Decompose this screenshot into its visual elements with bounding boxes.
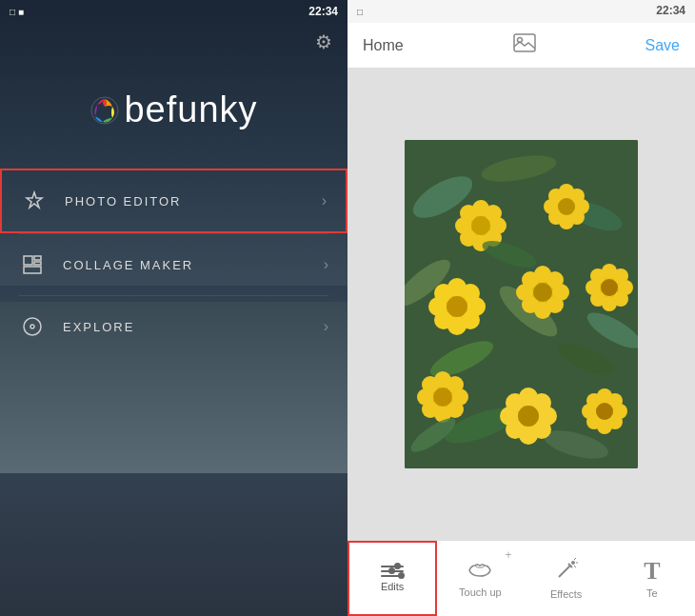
toolbar-effects[interactable]: Effects [524, 541, 609, 616]
logo-text: befunky [124, 89, 257, 130]
photo-editor-label: PHOTO EDITOR [65, 194, 322, 209]
edits-label: Edits [381, 581, 404, 592]
svg-point-70 [601, 279, 618, 296]
toolbar-edits[interactable]: Edits [348, 541, 437, 616]
left-panel: □ ■ 22:34 ⚙ befunky P [0, 0, 348, 616]
menu-items: PHOTO EDITOR › COLLAGE MAKER › [0, 169, 348, 357]
svg-point-50 [447, 296, 467, 317]
settings-gear-icon[interactable]: ⚙ [315, 30, 332, 53]
data-icon: ■ [18, 7, 24, 17]
right-panel: □ 22:34 Home Save [348, 0, 695, 616]
wand-icon [555, 558, 578, 585]
right-status-icons-left: □ [357, 7, 363, 17]
svg-marker-1 [27, 192, 42, 208]
flowers-image [405, 140, 638, 468]
left-status-icons: □ ■ [10, 7, 24, 17]
photo-area [348, 69, 695, 540]
status-bar-right: □ 22:34 [348, 0, 695, 23]
befunky-logo-icon [89, 95, 120, 126]
menu-item-collage-maker[interactable]: COLLAGE MAKER › [0, 234, 348, 295]
svg-line-107 [574, 558, 576, 560]
photo-editor-arrow-icon: › [322, 192, 327, 209]
svg-rect-2 [24, 256, 32, 265]
svg-point-6 [24, 318, 41, 335]
status-bar-left: □ ■ 22:34 [0, 0, 348, 23]
effects-label: Effects [550, 588, 582, 600]
menu-item-explore[interactable]: EXPLORE › [0, 296, 348, 357]
svg-rect-3 [34, 256, 41, 260]
collage-maker-label: COLLAGE MAKER [63, 258, 324, 272]
toolbar-text[interactable]: T Te [609, 541, 695, 616]
touch-up-label: Touch up [459, 586, 502, 598]
photo-canvas [405, 140, 638, 468]
logo-area: befunky [0, 61, 348, 169]
explore-arrow-icon: › [324, 318, 328, 335]
svg-point-90 [518, 406, 539, 427]
touch-up-plus-icon: + [505, 548, 511, 562]
toolbar-touch-up[interactable]: + Touch up [437, 541, 523, 616]
svg-rect-4 [34, 262, 41, 265]
text-icon: T [644, 559, 660, 584]
svg-point-60 [533, 283, 552, 302]
svg-point-40 [558, 198, 575, 215]
svg-point-30 [471, 216, 490, 235]
svg-line-104 [559, 566, 570, 577]
right-header: Home Save [348, 23, 695, 69]
save-button[interactable]: Save [645, 37, 680, 54]
svg-point-7 [30, 325, 34, 328]
wifi-icon: □ [10, 7, 15, 17]
lips-icon [467, 560, 492, 583]
photo-editor-icon [21, 188, 48, 214]
sliders-icon [381, 566, 404, 577]
svg-point-106 [571, 561, 575, 565]
left-time: 22:34 [308, 5, 338, 18]
right-time: 22:34 [656, 4, 685, 17]
collage-maker-icon [19, 251, 46, 278]
svg-point-69 [590, 268, 606, 284]
wifi-icon-right: □ [357, 7, 363, 17]
menu-item-photo-editor[interactable]: PHOTO EDITOR › [0, 169, 348, 233]
svg-line-109 [574, 566, 576, 567]
explore-icon [19, 313, 46, 340]
svg-rect-8 [514, 34, 535, 51]
svg-point-80 [433, 387, 452, 407]
collage-maker-arrow-icon: › [324, 256, 328, 273]
bottom-toolbar: Edits + Touch up [348, 540, 695, 616]
home-label[interactable]: Home [363, 37, 404, 54]
header-image-icon[interactable] [513, 33, 536, 57]
settings-area: ⚙ [0, 23, 348, 61]
explore-label: EXPLORE [63, 320, 324, 334]
text-label: Te [646, 587, 658, 599]
svg-rect-5 [24, 267, 41, 273]
svg-point-100 [596, 403, 613, 420]
